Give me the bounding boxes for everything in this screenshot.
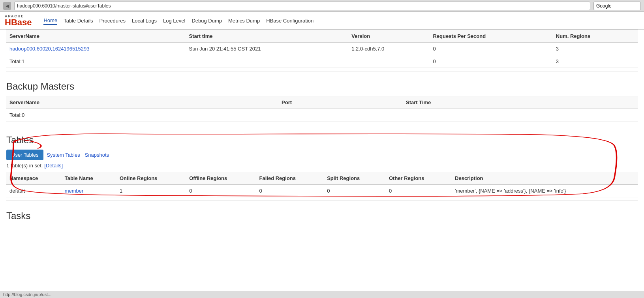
- user-tables-table: Namespace Table Name Online Regions Offl…: [6, 172, 638, 197]
- table-count-text: 1 table(s) in set.: [6, 163, 43, 169]
- col-server-name: ServerName: [6, 30, 186, 43]
- back-button[interactable]: ◀: [3, 2, 11, 10]
- backup-masters-heading: Backup Masters: [6, 78, 638, 92]
- tables-tab-bar: User Tables System Tables Snapshots: [6, 150, 638, 160]
- nav-metrics-dump[interactable]: Metrics Dump: [228, 17, 260, 24]
- bm-col-port: Port: [278, 96, 403, 109]
- nav-home[interactable]: Home: [43, 17, 57, 25]
- ut-other-regions: 0: [386, 185, 452, 197]
- browser-right: [593, 2, 641, 10]
- nav-hbase-configuration[interactable]: HBase Configuration: [266, 17, 314, 24]
- col-num-regions: Num. Regions: [553, 30, 638, 43]
- table-info: 1 table(s) in set. [Details]: [6, 163, 638, 169]
- ut-col-other-regions: Other Regions: [386, 172, 452, 185]
- main-content: ServerName Start time Version Requests P…: [0, 30, 644, 233]
- ut-description: 'member', {NAME => 'address'}, {NAME => …: [452, 185, 638, 197]
- ut-col-split-regions: Split Regions: [324, 172, 386, 185]
- ut-online-regions: 1: [116, 185, 186, 197]
- tab-snapshots[interactable]: Snapshots: [83, 151, 111, 159]
- ut-split-regions: 0: [324, 185, 386, 197]
- address-bar[interactable]: hadoop000:60010/master-status#userTables: [14, 2, 590, 10]
- ut-offline-regions: 0: [186, 185, 256, 197]
- ut-failed-regions: 0: [256, 185, 324, 197]
- ut-col-offline-regions: Offline Regions: [186, 172, 256, 185]
- ut-namespace: default: [6, 185, 62, 197]
- ut-col-description: Description: [452, 172, 638, 185]
- logo-hbase-text: HBase: [5, 18, 32, 27]
- region-servers-table: ServerName Start time Version Requests P…: [6, 30, 638, 68]
- divider-1: [6, 71, 638, 71]
- tab-user-tables[interactable]: User Tables: [6, 150, 43, 160]
- server-name-link[interactable]: hadoop000,60020,1624196515293: [9, 46, 89, 52]
- ut-col-failed-regions: Failed Regions: [256, 172, 324, 185]
- bm-col-start-time: Start Time: [403, 96, 638, 109]
- nav-table-details[interactable]: Table Details: [64, 17, 93, 24]
- navbar: APACHE HBase Home Table Details Procedur…: [0, 12, 644, 30]
- regions-cell: 3: [553, 43, 638, 55]
- col-requests-per-second: Requests Per Second: [430, 30, 552, 43]
- total-row: Total:1 0 3: [6, 55, 638, 68]
- tables-section-container: Tables User Tables System Tables Snapsho…: [6, 131, 638, 197]
- search-input[interactable]: [593, 2, 641, 10]
- bm-total-label: Total:0: [6, 109, 278, 122]
- ut-col-table-name: Table Name: [62, 172, 116, 185]
- nav-local-logs[interactable]: Local Logs: [132, 17, 157, 24]
- backup-masters-table: ServerName Port Start Time Total:0: [6, 96, 638, 122]
- details-link[interactable]: [Details]: [44, 163, 63, 169]
- logo: APACHE HBase: [5, 14, 32, 27]
- nav-links: Home Table Details Procedures Local Logs…: [43, 17, 314, 25]
- version-cell: 1.2.0-cdh5.7.0: [348, 43, 430, 55]
- browser-chrome: ◀ hadoop000:60010/master-status#userTabl…: [0, 0, 644, 12]
- total-requests: 0: [430, 55, 552, 68]
- table-row: default member 1 0 0 0 0 'member', {NAME…: [6, 185, 638, 197]
- col-version: Version: [348, 30, 430, 43]
- divider-3: [6, 201, 638, 201]
- start-time-cell: Sun Jun 20 21:41:55 CST 2021: [186, 43, 348, 55]
- tab-system-tables[interactable]: System Tables: [45, 151, 81, 159]
- col-start-time: Start time: [186, 30, 348, 43]
- table-row: hadoop000,60020,1624196515293 Sun Jun 20…: [6, 43, 638, 55]
- divider-2: [6, 125, 638, 125]
- ut-col-namespace: Namespace: [6, 172, 62, 185]
- nav-procedures[interactable]: Procedures: [100, 17, 126, 24]
- nav-log-level[interactable]: Log Level: [163, 17, 185, 24]
- nav-debug-dump[interactable]: Debug Dump: [192, 17, 222, 24]
- url-text: hadoop000:60010/master-status#userTables: [17, 3, 111, 9]
- total-label: Total:1: [6, 55, 186, 68]
- tables-heading: Tables: [6, 131, 638, 146]
- ut-table-name-link[interactable]: member: [65, 188, 84, 194]
- requests-cell: 0: [430, 43, 552, 55]
- total-regions: 3: [553, 55, 638, 68]
- bm-total-row: Total:0: [6, 109, 638, 122]
- tasks-heading: Tasks: [6, 207, 638, 221]
- ut-col-online-regions: Online Regions: [116, 172, 186, 185]
- bm-col-server-name: ServerName: [6, 96, 278, 109]
